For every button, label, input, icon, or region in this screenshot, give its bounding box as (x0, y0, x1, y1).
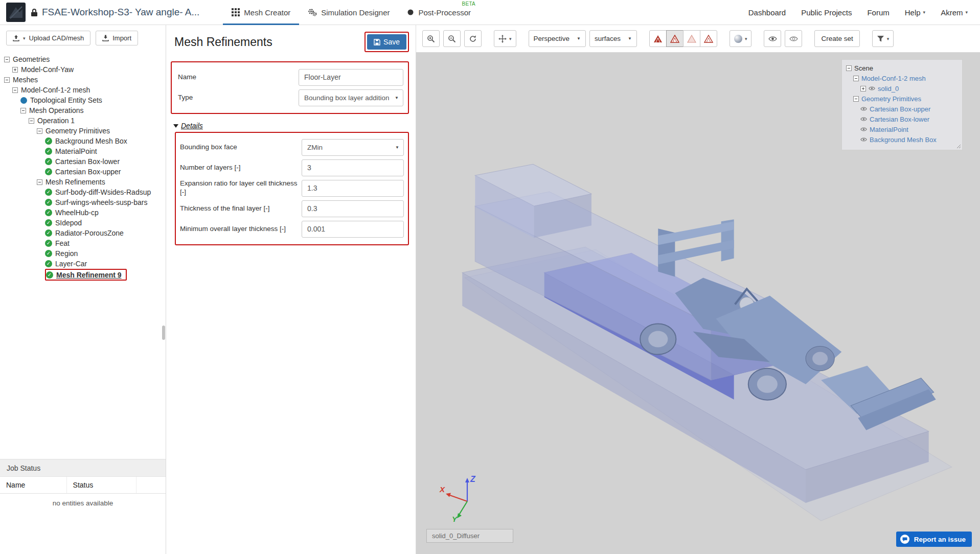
3d-canvas[interactable]: SceneModel-Conf-1-2 meshsolid_0Geometry … (416, 53, 980, 554)
tab-mesh-creator[interactable]: Mesh Creator (223, 0, 299, 25)
create-set-button[interactable]: Create set (814, 30, 859, 47)
mesh-quality-pale-button[interactable] (683, 30, 700, 47)
tree-item-topological-entity-sets[interactable]: Topological Entity Sets (20, 95, 166, 105)
nav-link-dashboard[interactable]: Dashboard (748, 8, 786, 17)
tree-item-layer-car[interactable]: ✓Layer-Car (45, 259, 166, 269)
tree-item-materialpoint[interactable]: ✓MaterialPoint (45, 146, 166, 156)
top-navbar: FSAE-Workshop-S3- Yaw angle- A... Mesh C… (0, 0, 980, 25)
tree-item-label: Cartesian Box-lower (55, 157, 120, 166)
beta-badge: BETA (462, 1, 475, 7)
tree-item-background-mesh-box[interactable]: ✓Background Mesh Box (45, 136, 166, 146)
refresh-view-button[interactable] (464, 30, 482, 47)
tree-item-model-conf-1-2-mesh[interactable]: Model-Conf-1-2 mesh (12, 85, 166, 95)
collapse-icon[interactable] (853, 76, 859, 81)
tree-item-mesh-refinements[interactable]: Mesh Refinements (37, 177, 166, 187)
tab-label: Post-Processor (418, 8, 471, 17)
expand-icon[interactable] (860, 86, 866, 91)
type-select[interactable]: Bounding box layer addition ▼ (299, 89, 403, 106)
collapse-icon[interactable] (20, 108, 26, 113)
projection-select[interactable]: Perspective▼ (529, 30, 586, 47)
tree-item-operation-1[interactable]: Operation 1 (29, 116, 166, 126)
eye-icon[interactable] (860, 137, 867, 142)
zoom-in-button[interactable] (422, 30, 440, 47)
collapse-icon[interactable] (37, 179, 42, 185)
resize-handle[interactable] (956, 144, 961, 149)
tree-item-region[interactable]: ✓Region (45, 248, 166, 259)
pan-tool-button[interactable]: ▾ (494, 30, 516, 47)
scene-item-scene[interactable]: Scene (845, 63, 959, 73)
collapse-icon[interactable] (29, 118, 34, 124)
render-mode-select[interactable]: surfaces▼ (589, 30, 637, 47)
collapse-icon[interactable] (37, 128, 42, 134)
mesh-quality-solid-button[interactable] (649, 30, 667, 47)
collapse-icon[interactable] (853, 96, 859, 102)
field-input-expansion-ratio-for-layer-cell-thickness[interactable] (302, 180, 404, 197)
eye-icon[interactable] (860, 117, 867, 122)
tree-item-sidepod[interactable]: ✓SIdepod (45, 218, 166, 228)
scene-item-geometry-primitives[interactable]: Geometry Primitives (845, 94, 959, 104)
tab-post-processor[interactable]: BETA Post-Processor (398, 0, 480, 25)
tree-item-geometry-primitives[interactable]: Geometry Primitives (37, 126, 166, 136)
geometry-tree: GeometriesModel-Conf-YawMeshesModel-Conf… (0, 51, 166, 281)
tree-item-label: Mesh Refinement 9 (56, 271, 122, 279)
scene-item-solid-0[interactable]: solid_0 (845, 83, 959, 94)
tree-item-meshes[interactable]: Meshes (4, 75, 166, 85)
scene-item-materialpoint[interactable]: MaterialPoint (845, 124, 959, 134)
type-row: Type Bounding box layer addition ▼ (178, 87, 403, 108)
scene-item-background-mesh-box[interactable]: Background Mesh Box (845, 134, 959, 145)
tree-item-geometries[interactable]: Geometries (4, 54, 166, 64)
eye-icon[interactable] (860, 106, 867, 111)
triangle-mesh-icon (670, 35, 679, 43)
tree-item-cartesian-box-lower[interactable]: ✓Cartesian Box-lower (45, 156, 166, 167)
field-select-bounding-box-face[interactable]: ZMin▼ (302, 139, 404, 156)
tree-item-mesh-operations[interactable]: Mesh Operations (20, 105, 166, 116)
tree-item-radiator-porouszone[interactable]: ✓Radiator-PorousZone (45, 228, 166, 238)
collapse-icon[interactable] (4, 77, 10, 83)
collapse-icon[interactable] (4, 57, 10, 62)
eye-icon[interactable] (869, 86, 875, 91)
axis-gizmo[interactable]: Z X Y (438, 474, 486, 522)
tree-item-wheelhub-cp[interactable]: ✓WheelHub-cp (45, 207, 166, 218)
scene-item-model-conf-1-2-mesh[interactable]: Model-Conf-1-2 mesh (845, 73, 959, 83)
collapse-icon[interactable] (846, 65, 852, 71)
nav-link-help[interactable]: Help▾ (905, 8, 925, 17)
tree-item-feat[interactable]: ✓Feat (45, 238, 166, 248)
scene-item-cartesian-box-lower[interactable]: Cartesian Box-lower (845, 114, 959, 124)
show-selected-button[interactable] (764, 30, 781, 47)
zoom-out-button[interactable] (443, 30, 461, 47)
app-logo[interactable] (6, 3, 26, 22)
axis-x-label: X (439, 485, 445, 494)
tree-item-model-conf-yaw[interactable]: Model-Conf-Yaw (12, 64, 166, 75)
field-input-number-of-layers[interactable] (302, 159, 404, 176)
details-toggle[interactable]: Details (173, 122, 416, 130)
upload-cad-button[interactable]: ▾ Upload CAD/mesh (6, 31, 90, 45)
tab-simulation-designer[interactable]: Simulation Designer (299, 0, 398, 25)
tree-item-label: Model-Conf-Yaw (21, 65, 74, 74)
expand-icon[interactable] (12, 67, 18, 73)
tree-item-mesh-refinement-9[interactable]: ✓Mesh Refinement 9 (45, 269, 127, 281)
mesh-quality-outline-button[interactable] (700, 30, 717, 47)
tree-item-surf-body-diff-wsides-radsup[interactable]: ✓Surf-body-diff-Wsides-Radsup (45, 187, 166, 197)
import-button[interactable]: Import (96, 31, 138, 45)
field-input-thickness-of-the-final-layer[interactable] (302, 200, 404, 217)
field-input-minimum-overall-layer-thickness[interactable] (302, 221, 404, 238)
color-mode-button[interactable]: ▾ (730, 30, 752, 47)
hide-selected-button[interactable] (785, 30, 802, 47)
chevron-down-icon: ▾ (509, 36, 512, 41)
nav-link-user-menu[interactable]: Akrem▾ (941, 8, 968, 17)
save-button[interactable]: Save (367, 34, 406, 50)
tree-item-surf-wings-wheels-susp-bars[interactable]: ✓Surf-wings-wheels-susp-bars (45, 197, 166, 207)
collapse-icon[interactable] (12, 87, 18, 93)
nav-link-public-projects[interactable]: Public Projects (801, 8, 852, 17)
report-issue-button[interactable]: Report an issue (896, 532, 972, 547)
tree-item-cartesian-box-upper[interactable]: ✓Cartesian Box-upper (45, 167, 166, 177)
name-input[interactable] (299, 69, 403, 86)
sidebar-scrollbar[interactable] (162, 326, 165, 340)
filter-button[interactable]: ▾ (872, 30, 894, 47)
eye-icon[interactable] (860, 127, 867, 132)
mesh-quality-active-button[interactable] (666, 30, 683, 47)
chevron-down-icon: ▼ (395, 96, 399, 100)
scene-item-cartesian-box-upper[interactable]: Cartesian Box-upper (845, 104, 959, 114)
nav-link-forum[interactable]: Forum (867, 8, 889, 17)
save-icon (374, 39, 380, 45)
